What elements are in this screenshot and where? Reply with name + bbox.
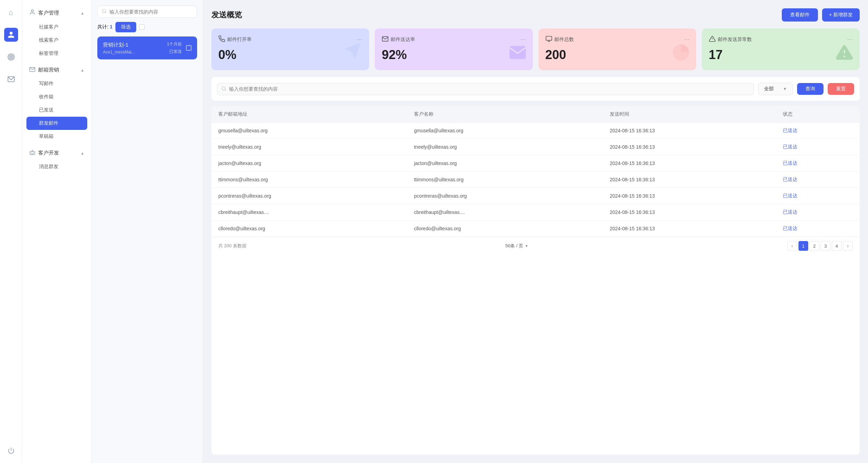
open-rate-value: 0% [218, 48, 362, 62]
table-row: jacton@uiltexas.org jacton@uiltexas.org … [211, 155, 860, 172]
table-row: gmusella@uiltexas.org gmusella@uiltexas.… [211, 123, 860, 139]
target-icon[interactable] [4, 50, 18, 64]
stat-anomaly: 邮件发送异常数 ⋯ 17 [702, 28, 860, 70]
cell-email: cbreithaupt@uiltexas.... [211, 204, 407, 221]
sent-item[interactable]: 已发送 [22, 104, 91, 117]
filter-search-bar[interactable] [217, 83, 754, 95]
cell-time: 2024-08-15 16:36:13 [603, 172, 776, 188]
inbox-item[interactable]: 收件箱 [22, 90, 91, 104]
filter-search-input[interactable] [229, 86, 749, 92]
header-actions: 查看邮件 + 新增群发 [782, 8, 860, 22]
email-marketing-header[interactable]: 邮箱营销 ▲ [22, 63, 91, 77]
filter-button[interactable]: 筛选 [115, 22, 136, 32]
cell-email: clloredo@uiltexas.org [211, 221, 407, 237]
svg-rect-14 [546, 36, 552, 41]
campaign-status: 已发送 [167, 49, 182, 55]
cell-status: 已送达 [776, 139, 860, 155]
cell-name: jacton@uiltexas.org [407, 155, 603, 172]
col-status: 状态 [776, 106, 860, 123]
status-select[interactable]: 全部 ▼ [758, 83, 793, 95]
user-icon[interactable] [4, 28, 18, 42]
stats-row: 邮件打开率 ⋯ 0% 邮件送达率 [211, 28, 860, 70]
warning-icon [835, 43, 854, 66]
col-email: 客户邮箱地址 [211, 106, 407, 123]
main-content: 发送概览 查看邮件 + 新增群发 邮件打开率 ⋯ 0% [203, 0, 868, 463]
total-label: 共计: 1 [97, 24, 113, 30]
query-button[interactable]: 查询 [797, 83, 824, 95]
page-4-button[interactable]: 4 [832, 241, 842, 251]
table-body: gmusella@uiltexas.org gmusella@uiltexas.… [211, 123, 860, 237]
stat-total-emails: 邮件总数 ⋯ 200 [538, 28, 696, 70]
cell-email: jacton@uiltexas.org [211, 155, 407, 172]
total-records: 共 200 条数据 [218, 243, 246, 249]
table-header-row: 客户邮箱地址 客户名称 发送时间 状态 [211, 106, 860, 123]
campaign-info: 营销计划-1 Ace1_messMai... [103, 42, 167, 55]
social-customer-item[interactable]: 社媒客户 [22, 20, 91, 34]
svg-rect-7 [30, 151, 35, 155]
customer-dev-header[interactable]: 客户开发 ▲ [22, 146, 91, 160]
table-row: tneely@uiltexas.org tneely@uiltexas.org … [211, 139, 860, 155]
delivery-rate-value: 92% [382, 48, 526, 62]
email-table: 客户邮箱地址 客户名称 发送时间 状态 gmusella@uiltexas.or… [211, 106, 860, 237]
customer-management-header[interactable]: 客户管理 ▲ [22, 6, 91, 20]
robot-icon [29, 149, 35, 157]
page-buttons: ‹ 1 2 3 4 › [787, 241, 853, 251]
campaign-sub: Ace1_messMai... [103, 50, 167, 55]
bulk-email-item[interactable]: 群发邮件 [26, 117, 87, 130]
svg-point-1 [9, 55, 13, 59]
add-group-button[interactable]: + 新增群发 [822, 8, 860, 22]
message-broadcast-item[interactable]: 消息群发 [22, 160, 91, 173]
table-row: ttimmons@uiltexas.org ttimmons@uiltexas.… [211, 172, 860, 188]
next-page-button[interactable]: › [843, 241, 853, 251]
power-icon[interactable] [4, 444, 18, 457]
cell-status: 已送达 [776, 172, 860, 188]
cell-status: 已送达 [776, 123, 860, 139]
open-rate-label: 邮件打开率 [227, 36, 252, 43]
email-icon [29, 66, 35, 74]
chevron-up-icon3: ▲ [80, 151, 84, 156]
list-search-bar[interactable] [97, 6, 197, 18]
stat-delivery-rate: 邮件送达率 ⋯ 92% [375, 28, 533, 70]
campaign-item[interactable]: 营销计划-1 Ace1_messMai... 1个月前 已发送 [97, 36, 197, 59]
cell-status: 已送达 [776, 155, 860, 172]
cell-name: cbreithaupt@uiltexas.... [407, 204, 603, 221]
search-icon [102, 9, 107, 15]
total-emails-value: 200 [545, 48, 689, 62]
email-marketing-label: 邮箱营销 [38, 67, 59, 73]
message-icon[interactable] [4, 72, 18, 86]
campaign-checkbox[interactable] [186, 45, 192, 51]
delivery-rate-menu[interactable]: ⋯ [520, 36, 526, 43]
stat-open-rate: 邮件打开率 ⋯ 0% [211, 28, 369, 70]
svg-point-8 [32, 150, 33, 151]
per-page-chevron: ▼ [525, 244, 528, 248]
home-icon[interactable]: ⌂ [4, 6, 18, 19]
email-open-icon [218, 35, 225, 43]
tag-management-item[interactable]: 标签管理 [22, 47, 91, 60]
anomaly-menu[interactable]: ⋯ [847, 36, 853, 43]
total-emails-menu[interactable]: ⋯ [684, 36, 689, 43]
page-2-button[interactable]: 2 [810, 241, 819, 251]
pie-chart-icon [671, 43, 691, 66]
list-search-input[interactable] [109, 9, 193, 15]
cell-time: 2024-08-15 16:36:13 [603, 188, 776, 204]
per-page-select[interactable]: 50条 / 页 ▼ [505, 243, 528, 249]
email-delivery-icon [382, 35, 389, 43]
email-table-container: 客户邮箱地址 客户名称 发送时间 状态 gmusella@uiltexas.or… [211, 106, 860, 455]
select-all-checkbox[interactable] [139, 24, 145, 30]
page-1-button[interactable]: 1 [798, 241, 808, 251]
chevron-up-icon: ▲ [80, 11, 84, 16]
write-email-item[interactable]: 写邮件 [22, 77, 91, 90]
filter-search-icon [221, 86, 226, 92]
cell-time: 2024-08-15 16:36:13 [603, 123, 776, 139]
view-email-button[interactable]: 查看邮件 [782, 8, 818, 22]
prev-page-button[interactable]: ‹ [787, 241, 797, 251]
customer-icon [29, 9, 35, 17]
cell-name: ttimmons@uiltexas.org [407, 172, 603, 188]
page-3-button[interactable]: 3 [821, 241, 830, 251]
reset-button[interactable]: 重置 [828, 83, 854, 95]
svg-point-2 [10, 56, 12, 58]
lead-customer-item[interactable]: 线索客户 [22, 34, 91, 47]
cell-time: 2024-08-15 16:36:13 [603, 204, 776, 221]
drafts-item[interactable]: 草稿箱 [22, 130, 91, 143]
cell-time: 2024-08-15 16:36:13 [603, 221, 776, 237]
